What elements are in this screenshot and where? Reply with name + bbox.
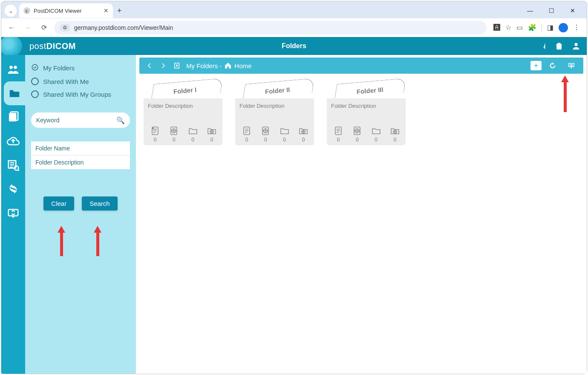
- globe-doc-icon: [260, 126, 271, 136]
- search-button[interactable]: Search: [82, 196, 118, 211]
- stat-count: 0: [283, 137, 286, 143]
- sidepanel-icon[interactable]: ◨: [547, 23, 553, 32]
- brand[interactable]: postDICOM: [1, 37, 76, 55]
- globe-folder-icon: [298, 126, 309, 136]
- folder-scope-radios: My Folders Shared With Me Shared With My…: [31, 63, 130, 98]
- doc-icon: [333, 126, 344, 136]
- doc-icon: [241, 126, 252, 136]
- breadcrumb[interactable]: My Folders - Home: [186, 62, 251, 69]
- nav-folders-icon[interactable]: [4, 81, 25, 105]
- browser-window: ⌄ ◐ PostDICOM Viewer ✕ + ― ☐ ✕ ← → ⟳ ⚙ g…: [1, 1, 587, 374]
- user-icon[interactable]: [571, 41, 581, 51]
- folder-icon: [187, 126, 199, 136]
- svg-point-13: [153, 128, 153, 129]
- folder-description: Folder Description: [148, 103, 219, 109]
- extensions-icon[interactable]: 🧩: [528, 23, 536, 32]
- svg-point-0: [574, 43, 577, 46]
- window-controls: ― ☐ ✕: [524, 7, 583, 14]
- browser-tab[interactable]: ◐ PostDICOM Viewer ✕: [19, 3, 113, 18]
- stat-count: 0: [154, 137, 157, 143]
- radio-my-folders[interactable]: My Folders: [31, 63, 130, 72]
- folder-card[interactable]: Folder I Folder Description 0 0 0 0: [144, 81, 222, 145]
- stat-count: 0: [264, 137, 267, 143]
- brand-bold: DICOM: [46, 41, 76, 51]
- kebab-menu-icon[interactable]: ⋮: [573, 23, 580, 32]
- stat-count: 0: [337, 137, 340, 143]
- reload-button[interactable]: ⟳: [38, 22, 50, 34]
- stat-count: 0: [191, 137, 194, 143]
- crumb-forward-button[interactable]: [157, 60, 169, 72]
- radio-shared-with-me[interactable]: Shared With Me: [31, 78, 130, 85]
- new-tab-button[interactable]: +: [117, 6, 122, 15]
- keyword-input[interactable]: [36, 117, 116, 124]
- radio-label: My Folders: [43, 64, 75, 72]
- translate-icon[interactable]: 🅰: [493, 24, 500, 32]
- breadcrumb-bar: My Folders - Home: [139, 58, 583, 74]
- ext1-icon[interactable]: ▭: [516, 23, 523, 32]
- folder-card[interactable]: Folder II Folder Description 0 0 0 0: [235, 81, 314, 145]
- address-bar-row: ← → ⟳ ⚙ germany.postdicom.com/Viewer/Mai…: [1, 18, 587, 37]
- add-folder-button[interactable]: [530, 61, 542, 70]
- browser-toolbar-right: 🅰 ☆ ▭ 🧩 ◨ ⋮: [491, 23, 582, 32]
- globe-folder-icon: [206, 126, 217, 136]
- crumb-back-button[interactable]: [144, 60, 156, 72]
- trash-icon[interactable]: [554, 41, 564, 51]
- radio-shared-with-groups[interactable]: Shared With My Groups: [31, 90, 130, 98]
- stat-count: 0: [394, 137, 397, 143]
- nav-upload-icon[interactable]: [1, 129, 25, 153]
- page-title: Folders: [282, 42, 306, 50]
- tabs-dropdown[interactable]: ⌄: [5, 5, 17, 17]
- folder-description: Folder Description: [239, 103, 311, 109]
- clear-button[interactable]: Clear: [43, 196, 74, 211]
- keyword-search[interactable]: 🔍: [31, 112, 130, 128]
- site-settings-icon[interactable]: ⚙: [60, 24, 70, 32]
- nav-share-icon[interactable]: [1, 201, 25, 225]
- back-button[interactable]: ←: [6, 22, 17, 34]
- folders-grid: Folder I Folder Description 0 0 0 0: [139, 74, 583, 153]
- stat-count: 0: [375, 137, 378, 143]
- folder-desc-input[interactable]: [31, 156, 130, 169]
- url-text: germany.postdicom.com/Viewer/Main: [74, 24, 173, 31]
- globe-doc-icon: [352, 126, 363, 136]
- sort-icon[interactable]: [537, 41, 547, 51]
- nav-sync-icon[interactable]: [1, 177, 25, 201]
- radio-label: Shared With My Groups: [43, 91, 111, 98]
- radio-unchecked-icon: [31, 78, 39, 85]
- svg-point-2: [14, 66, 17, 69]
- app-header: postDICOM Folders: [1, 37, 587, 55]
- radio-checked-icon: [31, 63, 39, 72]
- crumb-up-button[interactable]: [171, 60, 183, 72]
- folder-name-input[interactable]: [31, 141, 130, 156]
- filter-buttons: Clear Search: [31, 196, 130, 211]
- crumb-home: Home: [234, 62, 251, 69]
- folder-stats: 0 0 0 0: [331, 126, 402, 143]
- profile-avatar[interactable]: [559, 23, 568, 32]
- address-bar[interactable]: ⚙ germany.postdicom.com/Viewer/Main: [54, 21, 487, 35]
- crumb-prefix: My Folders -: [186, 62, 222, 69]
- folder-description: Folder Description: [331, 103, 402, 109]
- maximize-button[interactable]: ☐: [545, 7, 558, 14]
- minimize-button[interactable]: ―: [524, 7, 536, 14]
- nav-worklist-icon[interactable]: [1, 153, 25, 177]
- close-tab-icon[interactable]: ✕: [104, 7, 109, 14]
- radio-unchecked-icon: [31, 90, 39, 98]
- forward-button[interactable]: →: [22, 22, 34, 34]
- nav-strip: [1, 55, 25, 374]
- doc-icon: [150, 126, 161, 136]
- folder-card[interactable]: Folder III Folder Description 0 0 0 0: [327, 81, 406, 145]
- refresh-button[interactable]: [547, 60, 559, 72]
- nav-studies-icon[interactable]: [1, 105, 25, 129]
- main-content: My Folders - Home Folder I: [136, 55, 587, 374]
- view-mode-button[interactable]: [565, 60, 577, 72]
- globe-folder-icon: [389, 126, 401, 136]
- nav-patients-icon[interactable]: [1, 58, 25, 81]
- globe-doc-icon: [168, 126, 179, 136]
- favicon-icon: ◐: [23, 7, 30, 14]
- search-icon[interactable]: 🔍: [116, 116, 125, 124]
- brand-text: postDICOM: [29, 41, 76, 51]
- stat-count: 0: [210, 137, 213, 143]
- close-window-button[interactable]: ✕: [566, 7, 579, 14]
- header-actions: [537, 41, 581, 51]
- bookmark-icon[interactable]: ☆: [505, 23, 511, 32]
- brand-globe-icon: [1, 37, 25, 55]
